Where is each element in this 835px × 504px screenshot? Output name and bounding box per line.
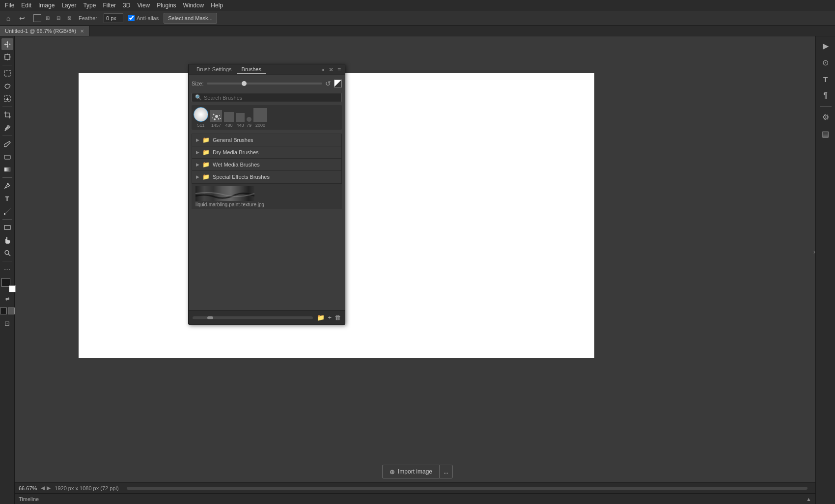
svg-point-17 xyxy=(219,115,220,116)
anti-alias-checkbox[interactable] xyxy=(128,15,135,21)
quick-mask-toggle[interactable] xyxy=(0,308,15,314)
brush-preview-splatter[interactable]: 1457 xyxy=(210,110,222,128)
expand-arrow-dry: ▶ xyxy=(196,150,199,155)
screen-mode[interactable]: ⊡ xyxy=(1,317,13,329)
panel-close-button[interactable]: ✕ xyxy=(328,66,334,73)
object-select-tool[interactable] xyxy=(1,93,13,105)
rectangle-tool[interactable] xyxy=(1,222,13,233)
menu-3d[interactable]: 3D xyxy=(120,1,133,10)
add-to-select-icon[interactable]: ⊞ xyxy=(43,14,52,23)
category-wet-media[interactable]: ▶ 📁 Wet Media Brushes xyxy=(192,159,341,171)
home-icon[interactable]: ⌂ xyxy=(4,14,13,23)
brush-settings-tab[interactable]: Brush Settings xyxy=(192,65,237,74)
brush-preview-5[interactable]: 79 xyxy=(247,117,251,128)
right-panel-btn-6[interactable]: ▤ xyxy=(818,126,833,141)
options-bar: ⌂ ↩ ⊞ ⊟ ⊠ Feather: Anti-alias Select and… xyxy=(0,11,835,26)
texture-preview xyxy=(195,186,254,201)
brush-size-row: Size: ↺ xyxy=(192,78,342,89)
category-dry-media[interactable]: ▶ 📁 Dry Media Brushes xyxy=(192,146,341,159)
menu-window[interactable]: Window xyxy=(180,1,207,10)
rect-marquee-icon[interactable] xyxy=(33,14,41,22)
zoom-level: 66.67% xyxy=(19,485,37,491)
category-special-effects[interactable]: ▶ 📁 Special Effects Brushes xyxy=(192,171,341,183)
zoom-tool[interactable] xyxy=(1,247,13,259)
menu-layer[interactable]: Layer xyxy=(58,1,79,10)
brush-search-input[interactable] xyxy=(204,95,338,101)
type-tool[interactable]: T xyxy=(1,193,13,204)
marquee-tool[interactable] xyxy=(1,67,13,79)
delete-brush-icon[interactable]: 🗑 xyxy=(334,314,341,321)
eraser-tool[interactable] xyxy=(1,151,13,163)
brush-search-row: 🔍 xyxy=(192,93,342,102)
expand-arrow-general: ▶ xyxy=(196,138,199,142)
history-icon[interactable]: ↩ xyxy=(18,14,27,23)
menu-image[interactable]: Image xyxy=(35,1,57,10)
eyedropper-tool[interactable] xyxy=(1,122,13,134)
brush-panel-scrollbar[interactable] xyxy=(193,316,313,319)
right-panel-btn-3[interactable]: T xyxy=(818,72,833,86)
brush-tool[interactable] xyxy=(1,138,13,150)
gradient-tool[interactable] xyxy=(1,164,13,175)
texture-item[interactable]: liquid-marbling-paint-texture.jpg xyxy=(192,184,342,209)
category-wet-label: Wet Media Brushes xyxy=(213,162,260,168)
status-prev-arrow[interactable]: ◀ xyxy=(41,485,45,491)
color-swatches[interactable] xyxy=(1,278,13,290)
right-panel-divider xyxy=(820,106,832,107)
swap-colors[interactable]: ⇄ xyxy=(1,293,13,305)
new-group-icon[interactable]: 📁 xyxy=(317,314,325,321)
toolbar-divider-5 xyxy=(2,219,12,220)
import-more-button[interactable]: ... xyxy=(439,465,453,478)
menu-filter[interactable]: Filter xyxy=(100,1,119,10)
document-tab[interactable]: Untitled-1 @ 66.7% (RGB/8#) ✕ xyxy=(0,26,89,36)
path-select-tool[interactable] xyxy=(1,205,13,217)
intersect-select-icon[interactable]: ⊠ xyxy=(65,14,74,23)
panel-menu-button[interactable]: ≡ xyxy=(336,66,342,73)
toolbar-divider-1 xyxy=(2,65,12,65)
scrollbar-thumb xyxy=(207,316,213,319)
brush-preview-6[interactable]: 2000 xyxy=(253,108,267,128)
search-icon: 🔍 xyxy=(195,94,202,101)
subtract-from-select-icon[interactable]: ⊟ xyxy=(54,14,63,23)
menu-view[interactable]: View xyxy=(134,1,153,10)
brush-preview-4[interactable]: 448 xyxy=(236,113,245,128)
brushes-tab[interactable]: Brushes xyxy=(237,65,266,74)
menu-type[interactable]: Type xyxy=(80,1,99,10)
background-color[interactable] xyxy=(9,285,16,292)
status-next-arrow[interactable]: ▶ xyxy=(47,485,51,491)
new-brush-icon[interactable]: + xyxy=(328,314,332,321)
brush-size-448: 448 xyxy=(236,123,244,128)
reset-size-button[interactable]: ↺ xyxy=(325,80,331,87)
right-panel-btn-4[interactable]: ¶ xyxy=(818,88,833,103)
edit-brush-icon[interactable] xyxy=(334,80,342,87)
move-tool[interactable] xyxy=(1,38,13,50)
category-general-brushes[interactable]: ▶ 📁 General Brushes xyxy=(192,134,341,146)
lasso-tool[interactable] xyxy=(1,80,13,92)
menu-help[interactable]: Help xyxy=(208,1,226,10)
feather-input[interactable] xyxy=(104,13,123,23)
svg-point-18 xyxy=(214,118,216,120)
tab-close-button[interactable]: ✕ xyxy=(80,28,84,34)
right-panel-btn-1[interactable]: ▶ xyxy=(818,38,833,53)
import-icon: ⊕ xyxy=(390,468,395,476)
menu-plugins[interactable]: Plugins xyxy=(154,1,179,10)
menu-file[interactable]: File xyxy=(2,1,17,10)
artboard-tool[interactable] xyxy=(1,51,13,63)
brush-size-slider[interactable] xyxy=(207,83,322,84)
right-panel-btn-2[interactable]: ⊙ xyxy=(818,55,833,70)
panel-collapse-button[interactable]: « xyxy=(320,66,326,73)
timeline-expand-button[interactable]: ▲ xyxy=(806,496,811,502)
brush-preview-circle[interactable]: 511 xyxy=(194,107,208,128)
select-mask-button[interactable]: Select and Mask... xyxy=(164,13,217,24)
svg-point-21 xyxy=(220,118,221,119)
import-image-button[interactable]: ⊕ Import image xyxy=(382,465,439,478)
texture-filename: liquid-marbling-paint-texture.jpg xyxy=(195,202,338,207)
menu-edit[interactable]: Edit xyxy=(18,1,34,10)
brush-size-480: 480 xyxy=(225,123,232,128)
right-panel-btn-5[interactable]: ⚙ xyxy=(818,110,833,124)
hand-tool[interactable] xyxy=(1,234,13,246)
brush-preview-3[interactable]: 480 xyxy=(224,112,234,128)
horizontal-scrollbar[interactable] xyxy=(127,487,807,490)
more-tools[interactable]: ⋯ xyxy=(1,263,13,275)
crop-tool[interactable] xyxy=(1,109,13,121)
pen-tool[interactable] xyxy=(1,180,13,192)
